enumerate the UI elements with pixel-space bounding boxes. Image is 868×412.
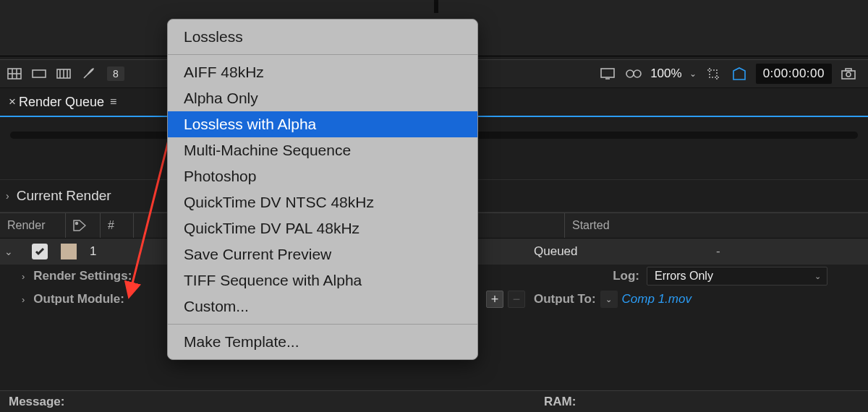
item-index: 1 <box>90 244 119 259</box>
chevron-down-icon: ⌄ <box>814 272 821 281</box>
menu-item[interactable]: Multi-Machine Sequence <box>168 137 477 163</box>
timecode-display[interactable]: 0:00:00:00 <box>756 64 832 84</box>
zoom-chevron-icon[interactable]: ⌄ <box>689 69 697 79</box>
log-dropdown[interactable]: Errors Only⌄ <box>647 267 827 286</box>
colorize-icon[interactable] <box>54 66 74 82</box>
render-settings-label[interactable]: Render Settings: <box>33 269 132 283</box>
col-index[interactable]: # <box>100 213 133 238</box>
rocket-icon[interactable] <box>78 66 98 82</box>
twirl-icon[interactable]: › <box>6 190 9 202</box>
status-footer: Message: RAM: <box>0 390 868 412</box>
message-label: Message: <box>9 395 64 409</box>
crop-icon[interactable] <box>704 66 723 82</box>
svg-rect-9 <box>601 69 614 77</box>
add-output-button[interactable]: + <box>486 291 503 308</box>
goggles-icon[interactable] <box>624 66 643 82</box>
output-file-link[interactable]: Comp 1.mov <box>622 292 692 306</box>
bit-depth-selector[interactable]: 8 <box>107 66 124 81</box>
svg-rect-4 <box>33 70 46 77</box>
tab-render-queue[interactable]: Render Queue <box>19 95 104 110</box>
item-status: Queued <box>534 244 578 259</box>
output-module-label[interactable]: Output Module: <box>33 292 124 306</box>
menu-item[interactable]: QuickTime DV NTSC 48kHz <box>168 189 477 215</box>
close-panel-icon[interactable]: × <box>9 95 16 109</box>
menu-item[interactable]: Lossless <box>168 24 477 50</box>
svg-point-11 <box>626 70 634 77</box>
output-dest-chevron[interactable]: ⌄ <box>600 291 618 308</box>
svg-point-14 <box>846 72 851 77</box>
render-checkbox[interactable] <box>32 244 48 259</box>
grid-icon[interactable] <box>4 66 25 82</box>
menu-item[interactable]: QuickTime DV PAL 48kHz <box>168 215 477 241</box>
twirl-icon[interactable]: › <box>22 271 25 282</box>
svg-rect-15 <box>846 69 851 71</box>
col-started[interactable]: Started <box>564 213 868 238</box>
menu-item[interactable]: Make Template... <box>168 329 477 355</box>
ram-label: RAM: <box>544 395 576 409</box>
menu-item[interactable]: Custom... <box>168 293 477 319</box>
twirl-icon[interactable]: ⌄ <box>4 246 13 257</box>
playhead-marker <box>434 0 438 13</box>
svg-point-16 <box>76 223 78 225</box>
label-color-swatch[interactable] <box>61 244 77 259</box>
menu-item[interactable]: TIFF Sequence with Alpha <box>168 267 477 293</box>
menu-item[interactable]: Photoshop <box>168 163 477 189</box>
col-render[interactable]: Render <box>0 213 65 238</box>
output-module-presets-menu[interactable]: LosslessAIFF 48kHzAlpha OnlyLossless wit… <box>167 19 478 360</box>
mask-bounds-icon[interactable] <box>730 66 749 82</box>
twirl-icon[interactable]: › <box>22 294 25 305</box>
current-render-label: Current Render <box>17 188 111 204</box>
menu-item[interactable]: Save Current Preview <box>168 241 477 267</box>
channel-icon[interactable] <box>29 66 49 82</box>
panel-menu-icon[interactable]: ≡ <box>110 95 116 108</box>
remove-output-button: − <box>508 291 525 308</box>
zoom-level[interactable]: 100% <box>650 66 681 81</box>
svg-point-12 <box>634 70 641 77</box>
log-label: Log: <box>613 269 639 283</box>
snapshot-icon[interactable] <box>839 66 858 82</box>
output-to-label: Output To: <box>534 292 596 306</box>
menu-item[interactable]: Lossless with Alpha <box>168 111 477 137</box>
display-icon[interactable] <box>598 66 617 82</box>
menu-item[interactable]: Alpha Only <box>168 85 477 111</box>
col-tag[interactable] <box>65 213 100 238</box>
item-started: - <box>716 244 720 259</box>
menu-item[interactable]: AIFF 48kHz <box>168 59 477 85</box>
